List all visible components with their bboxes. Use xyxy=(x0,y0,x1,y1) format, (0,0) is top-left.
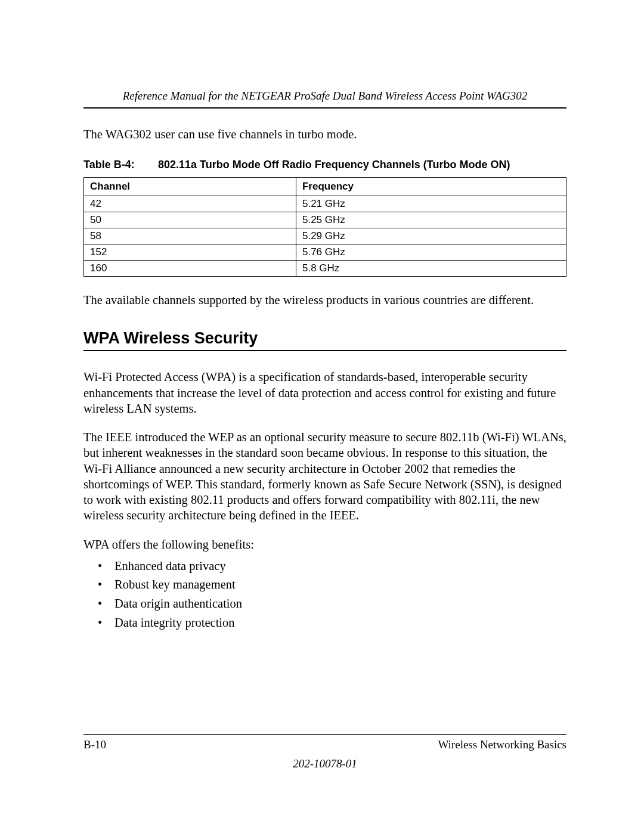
footer-doc-number: 202-10078-01 xyxy=(83,757,566,770)
table-row: 160 5.8 GHz xyxy=(84,261,566,277)
cell-frequency: 5.21 GHz xyxy=(296,196,566,212)
document-page: Reference Manual for the NETGEAR ProSafe… xyxy=(0,0,644,833)
table-row: 42 5.21 GHz xyxy=(84,196,566,212)
cell-channel: 160 xyxy=(84,261,296,277)
table-row: 58 5.29 GHz xyxy=(84,228,566,244)
cell-channel: 58 xyxy=(84,228,296,244)
table-caption: Table B-4: 802.11a Turbo Mode Off Radio … xyxy=(83,159,566,171)
cell-channel: 42 xyxy=(84,196,296,212)
table-title: 802.11a Turbo Mode Off Radio Frequency C… xyxy=(158,159,510,171)
section-rule xyxy=(83,350,566,351)
header-rule xyxy=(83,107,566,109)
table-label: Table B-4: xyxy=(83,159,155,171)
cell-frequency: 5.25 GHz xyxy=(296,212,566,228)
col-header-channel: Channel xyxy=(84,178,296,196)
section-paragraph-3: WPA offers the following benefits: xyxy=(83,537,566,552)
cell-frequency: 5.29 GHz xyxy=(296,228,566,244)
benefits-list: Enhanced data privacy Robust key managem… xyxy=(98,558,566,631)
section-paragraph-2: The IEEE introduced the WEP as an option… xyxy=(83,429,566,523)
cell-channel: 50 xyxy=(84,212,296,228)
running-header: Reference Manual for the NETGEAR ProSafe… xyxy=(83,89,566,103)
cell-frequency: 5.8 GHz xyxy=(296,261,566,277)
footer-rule xyxy=(83,734,566,735)
table-header-row: Channel Frequency xyxy=(84,178,566,196)
page-footer: B-10 Wireless Networking Basics 202-1007… xyxy=(83,734,566,770)
cell-channel: 152 xyxy=(84,244,296,261)
after-table-paragraph: The available channels supported by the … xyxy=(83,292,566,308)
intro-paragraph: The WAG302 user can use five channels in… xyxy=(83,126,566,142)
page-number: B-10 xyxy=(83,738,106,751)
section-heading: WPA Wireless Security xyxy=(83,329,566,348)
list-item: Data origin authentication xyxy=(98,596,566,612)
table-row: 152 5.76 GHz xyxy=(84,244,566,261)
col-header-frequency: Frequency xyxy=(296,178,566,196)
list-item: Enhanced data privacy xyxy=(98,558,566,575)
list-item: Robust key management xyxy=(98,577,566,593)
frequency-table: Channel Frequency 42 5.21 GHz 50 5.25 GH… xyxy=(83,177,566,277)
list-item: Data integrity protection xyxy=(98,615,566,631)
footer-section-title: Wireless Networking Basics xyxy=(438,738,566,751)
section-paragraph-1: Wi-Fi Protected Access (WPA) is a specif… xyxy=(83,369,566,416)
cell-frequency: 5.76 GHz xyxy=(296,244,566,261)
table-row: 50 5.25 GHz xyxy=(84,212,566,228)
